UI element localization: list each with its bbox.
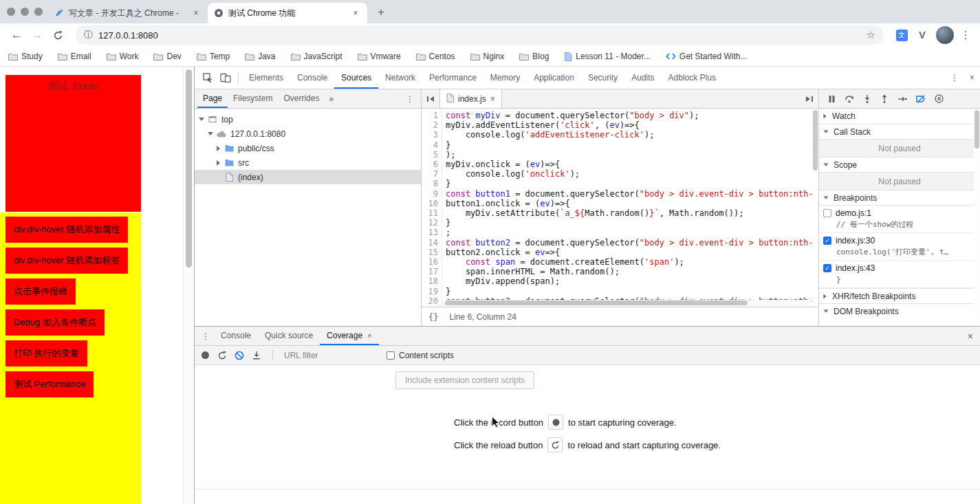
bookmark-temp[interactable]: Temp [197,52,230,61]
bookmark-lesson-11-moder[interactable]: Lesson 11 - Moder... [564,52,651,61]
breakpoint-entry[interactable]: ✓index.js:30console.log('打印变量', t… [819,233,980,261]
translate-extension-icon[interactable]: 文 [894,28,909,43]
bookmark-centos[interactable]: Centos [416,52,455,61]
minimize-window-button[interactable] [21,8,29,16]
tree-item-public-css[interactable]: public/css [195,141,421,155]
clear-coverage-button[interactable] [235,351,244,360]
bookmark-star-icon[interactable]: ☆ [867,29,875,41]
drawer-tab-console[interactable]: Console [214,327,258,345]
editor-vertical-scrollbar[interactable] [812,109,818,300]
hide-navigator-icon[interactable] [422,89,439,108]
deactivate-breakpoints-button[interactable] [916,95,926,103]
drawer-close-icon[interactable]: × [968,331,973,342]
devtools-tab-console[interactable]: Console [290,67,334,89]
page-button-div-div-hover[interactable]: div.div-hover 随机添加标签 [6,248,128,274]
content-scripts-filter[interactable]: Content scripts [386,351,454,360]
browser-tab-1[interactable]: 写文章 - 开发工具之 Chrome -× [48,3,208,23]
page-button-[interactable]: 打印 执行的变量 [6,340,87,366]
tree-item-127-0-0-1-8080[interactable]: 127.0.0.1:8080 [195,127,421,141]
omnibox[interactable]: ⓘ 127.0.0.1:8080 ☆ [76,25,884,45]
chevron-down-icon[interactable] [208,132,213,135]
sidebar-scrollbar[interactable] [974,109,980,326]
forward-button[interactable]: → [28,25,47,45]
record-button[interactable] [548,415,563,430]
tab-close-icon[interactable]: × [350,8,361,18]
browser-tab-2[interactable]: 测试 Chrome 功能× [208,3,367,23]
site-info-icon[interactable]: ⓘ [84,29,93,41]
zoom-window-button[interactable] [34,8,43,16]
bookmark-nginx[interactable]: Nginx [470,52,505,61]
bookmark-email[interactable]: Email [58,52,91,61]
breakpoint-checkbox[interactable]: ✓ [823,237,831,245]
bookmark-java[interactable]: Java [245,52,275,61]
record-coverage-button[interactable] [201,351,210,360]
tree-item-index[interactable]: (index) [195,170,421,184]
pretty-print-icon[interactable]: {} [428,312,438,322]
tree-item-src[interactable]: src [195,155,421,170]
editor-hscroll-thumb[interactable] [445,300,748,305]
page-button-debug[interactable]: Debug 加入条件断点 [6,309,105,336]
code-editor[interactable]: 1234567891011121314151617181920 const my… [422,109,818,307]
breakpoint-checkbox[interactable]: ✓ [823,264,831,272]
tree-item-top[interactable]: top [195,112,421,127]
navigator-tab-page[interactable]: Page [197,89,228,108]
sidebar-section-call-stack[interactable]: Call Stack [819,124,980,139]
back-button[interactable]: ← [7,25,26,45]
close-window-button[interactable] [7,8,15,16]
page-button-performance[interactable]: 测试 Performance [6,371,94,397]
include-extension-scripts-button[interactable]: Include extension content scripts [395,371,534,389]
sidebar-scrollbar-thumb[interactable] [974,110,979,149]
devtools-tab-memory[interactable]: Memory [483,67,527,89]
reload-button[interactable] [547,437,563,452]
navigator-kebab-menu-icon[interactable]: ⋮ [406,94,421,104]
devtools-close-icon[interactable]: × [970,73,974,83]
page-scrollbar-thumb[interactable] [186,69,192,267]
breakpoint-entry[interactable]: ✓index.js:43} [819,261,980,288]
sidebar-section-watch[interactable]: Watch [819,109,980,124]
pause-script-button[interactable] [828,95,836,103]
devtools-tab-audits[interactable]: Audits [624,67,661,89]
page-button-[interactable]: 点击事件报错 [6,278,76,305]
chevron-right-icon[interactable] [217,146,220,151]
reload-coverage-button[interactable] [217,351,227,360]
bookmark-vmware[interactable]: Vmware [358,52,401,61]
content-scripts-checkbox[interactable] [386,351,395,360]
navigator-tab-overrides[interactable]: Overrides [278,89,325,108]
step-over-button[interactable] [845,95,854,103]
sidebar-section-breakpoints[interactable]: Breakpoints [819,190,980,205]
chevron-right-icon[interactable] [217,160,220,166]
pause-on-exceptions-button[interactable] [935,94,944,103]
file-tab-close-icon[interactable]: × [490,94,495,104]
sidebar-section-xhr-fetch-breakpoints[interactable]: XHR/fetch Breakpoints [819,288,980,303]
url-text[interactable]: 127.0.0.1:8080 [98,30,861,41]
bookmark-work[interactable]: Work [107,52,139,61]
drawer-kebab-menu-icon[interactable]: ⋮ [197,331,214,341]
export-coverage-button[interactable] [252,351,261,360]
editor-file-tab[interactable]: index.js × [439,89,502,108]
inspect-element-icon[interactable] [199,69,217,87]
devtools-tab-performance[interactable]: Performance [422,67,483,89]
editor-horizontal-scrollbar[interactable] [442,300,812,307]
breakpoint-entry[interactable]: demo.js:1// 每一个show的过程 [819,206,980,233]
breakpoint-checkbox[interactable] [823,209,831,217]
browser-menu-icon[interactable]: ⋮ [958,29,973,41]
show-debugger-icon[interactable] [801,89,818,108]
bookmark-dev[interactable]: Dev [153,52,181,61]
drawer-tab-close-icon[interactable]: × [367,327,371,345]
page-scrollbar[interactable] [183,67,194,504]
bookmark-study[interactable]: Study [8,52,43,61]
hover-test-box[interactable]: 测试 :hover [6,75,141,212]
devtools-tab-application[interactable]: Application [527,67,581,89]
vimium-extension-icon[interactable]: V [915,28,930,43]
url-filter-input[interactable] [284,351,361,360]
devtools-tab-network[interactable]: Network [378,67,422,89]
navigator-tab-filesystem[interactable]: Filesystem [228,89,278,108]
device-toolbar-icon[interactable] [217,69,235,87]
step-button[interactable] [897,95,907,103]
drawer-bottom-scrollbar[interactable] [195,489,980,504]
devtools-tab-adblock-plus[interactable]: Adblock Plus [662,67,723,89]
navigator-overflow-chevron[interactable]: » [325,94,338,104]
devtools-tab-security[interactable]: Security [581,67,624,89]
step-into-button[interactable] [863,94,871,103]
devtools-kebab-menu-icon[interactable]: ⋮ [950,73,959,83]
